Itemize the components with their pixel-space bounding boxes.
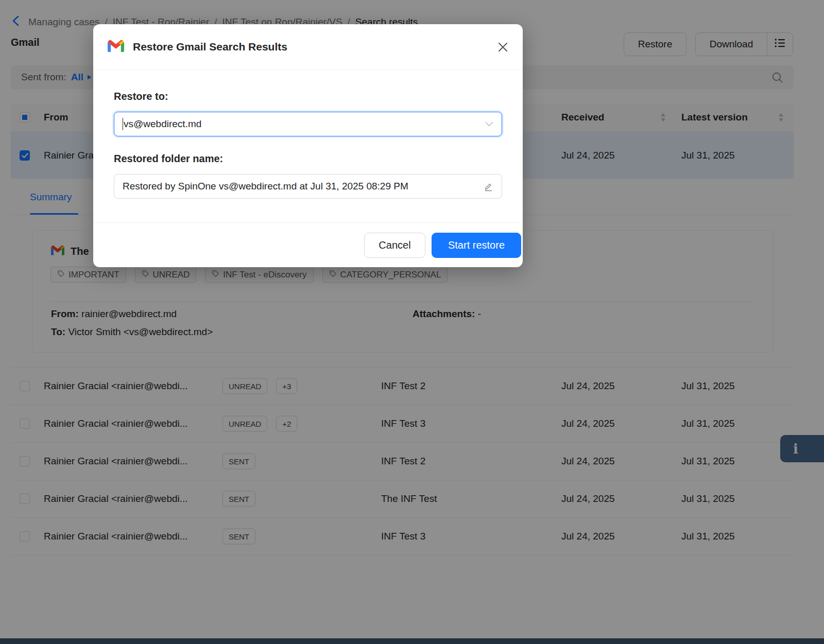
restore-to-value: vs@webdirect.md — [124, 118, 201, 130]
folder-name-label: Restored folder name: — [114, 153, 223, 165]
text-cursor — [123, 118, 123, 130]
restore-to-select[interactable]: vs@webdirect.md — [114, 112, 502, 136]
restore-to-label: Restore to: — [114, 91, 168, 102]
modal-header: Restore Gmail Search Results — [93, 24, 523, 70]
modal-footer-divider — [93, 222, 523, 223]
folder-name-input[interactable]: Restored by SpinOne vs@webdirect.md at J… — [114, 174, 502, 199]
cancel-button[interactable]: Cancel — [364, 233, 425, 258]
chevron-down-icon — [485, 121, 493, 127]
modal-title: Restore Gmail Search Results — [133, 41, 287, 53]
gmail-icon — [108, 40, 124, 54]
restore-modal: Restore Gmail Search Results Restore to:… — [93, 24, 523, 267]
folder-name-value: Restored by SpinOne vs@webdirect.md at J… — [123, 181, 408, 192]
edit-pencil-icon[interactable] — [484, 182, 493, 192]
start-restore-button[interactable]: Start restore — [432, 233, 521, 258]
close-icon[interactable] — [497, 42, 508, 53]
